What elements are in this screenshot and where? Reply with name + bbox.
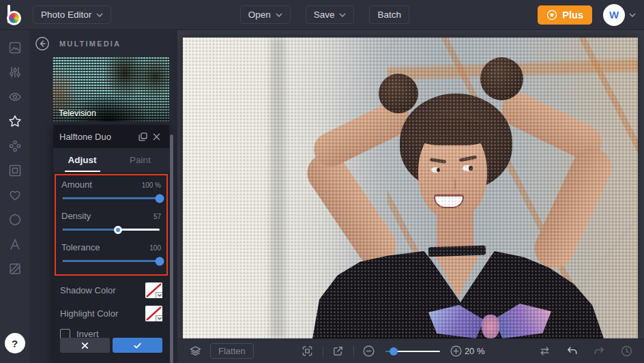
duplicate-button[interactable]: [136, 130, 149, 143]
external-arrow-icon: [332, 345, 345, 358]
density-label: Density: [61, 211, 91, 221]
tolerance-slider[interactable]: [63, 260, 160, 262]
tutorial-highlight-box: Amount 100 % Density 57: [55, 174, 168, 276]
undo-button[interactable]: [564, 343, 580, 360]
tab-adjust[interactable]: Adjust: [53, 148, 111, 172]
help-label: ?: [12, 338, 18, 349]
eye-icon: [8, 90, 22, 104]
copy-icon: [138, 132, 148, 142]
plus-upgrade-button[interactable]: Plus: [538, 5, 592, 25]
redo-button[interactable]: [591, 343, 607, 360]
close-icon: [151, 132, 162, 142]
canvas-area: Flatten 20 %: [177, 30, 644, 363]
density-slider-thumb[interactable]: [114, 226, 122, 234]
flatten-button[interactable]: Flatten: [210, 343, 254, 359]
density-slider-fill: [63, 229, 118, 231]
account-chevron-down-icon[interactable]: [629, 13, 636, 17]
app-switcher-button[interactable]: Photo Editor: [33, 5, 111, 24]
top-bar: Photo Editor Open Save Batch Plus W: [0, 0, 644, 30]
highlight-color-label: Highlight Color: [60, 308, 118, 319]
zoom-slider[interactable]: [385, 351, 440, 352]
chevron-down-icon: [158, 294, 162, 297]
sidebar-item-frames[interactable]: [3, 158, 27, 183]
chevron-down-icon: [96, 13, 103, 17]
redo-icon: [593, 345, 606, 358]
sidebar-item-adjust[interactable]: [3, 60, 27, 85]
sidebar-item-overlays[interactable]: [3, 183, 27, 207]
history-group: [536, 343, 634, 360]
plus-label: Plus: [562, 10, 583, 20]
history-button[interactable]: [618, 343, 634, 360]
canvas-photo[interactable]: [183, 38, 638, 338]
top-right-group: Plus W: [538, 4, 636, 26]
zoom-out-button[interactable]: [361, 343, 377, 360]
layers-button[interactable]: [187, 343, 203, 360]
amount-value: 100 %: [142, 182, 161, 189]
sidebar-item-effects[interactable]: [3, 85, 27, 109]
left-panel: MULTIMEDIA Television Halftone Duo Adjus…: [30, 30, 177, 363]
logo-color-wheel: [7, 11, 21, 25]
text-icon: [8, 237, 22, 251]
save-label: Save: [314, 10, 335, 20]
thumbnail-label: Television: [59, 108, 96, 118]
avatar[interactable]: W: [603, 4, 625, 26]
dialog-tabs: Adjust Paint: [53, 148, 169, 172]
sliders-icon: [8, 66, 22, 79]
zoom-slider-thumb[interactable]: [390, 347, 398, 355]
open-button[interactable]: Open: [240, 5, 291, 24]
open-label: Open: [248, 10, 271, 20]
swatch-dropdown-corner[interactable]: [156, 292, 162, 298]
dialog-actions: [60, 338, 162, 353]
history-clock-icon: [620, 345, 633, 358]
tolerance-label: Tolerance: [61, 242, 100, 252]
tolerance-slider-fill: [63, 260, 160, 262]
zoom-in-button[interactable]: [448, 343, 465, 360]
fit-screen-button[interactable]: [299, 343, 316, 360]
texture-icon: [8, 262, 22, 276]
toolbar-divider: [323, 346, 323, 357]
shadow-color-row: Shadow Color: [53, 278, 169, 302]
sidebar-item-text[interactable]: [3, 232, 27, 257]
befunky-logo[interactable]: [5, 5, 25, 25]
close-dialog-button[interactable]: [149, 130, 163, 143]
density-slider[interactable]: [63, 229, 160, 231]
tolerance-value: 100: [149, 244, 161, 252]
dialog-title: Halftone Duo: [59, 132, 136, 142]
star-circle-icon: [546, 10, 557, 20]
dialog-header: Halftone Duo: [53, 125, 169, 148]
cancel-button[interactable]: [60, 338, 110, 353]
slider-group-amount: Amount 100 %: [61, 179, 161, 199]
effect-thumbnail-television[interactable]: Television: [53, 57, 169, 121]
sidebar-item-edit[interactable]: [3, 35, 27, 60]
fit-screen-icon: [301, 345, 314, 358]
shadow-color-swatch[interactable]: [145, 282, 162, 298]
layers-icon: [189, 345, 202, 358]
highlight-color-row: Highlight Color: [53, 302, 169, 325]
compare-button[interactable]: [536, 343, 553, 360]
amount-slider[interactable]: [63, 197, 160, 199]
seal-icon: [8, 213, 22, 227]
sidebar-item-artsy[interactable]: [3, 109, 27, 134]
help-button[interactable]: ?: [5, 333, 25, 353]
zoom-level-label: 20 %: [465, 346, 491, 356]
fullscreen-button[interactable]: [330, 343, 347, 360]
tolerance-slider-thumb[interactable]: [156, 257, 164, 265]
amount-slider-thumb[interactable]: [156, 194, 164, 203]
canvas-toolbar: Flatten 20 %: [177, 338, 644, 363]
tool-rail: ?: [0, 30, 30, 363]
highlight-color-swatch[interactable]: [145, 306, 162, 321]
circles-icon: [8, 139, 22, 153]
halftone-overlay: [183, 38, 638, 338]
apply-button[interactable]: [113, 338, 162, 353]
panel-scrollbar[interactable]: [170, 134, 173, 363]
sidebar-item-badge[interactable]: [3, 207, 27, 232]
save-button[interactable]: Save: [306, 5, 355, 24]
app-switcher-label: Photo Editor: [41, 10, 91, 20]
swatch-dropdown-corner[interactable]: [156, 315, 162, 321]
tab-paint[interactable]: Paint: [111, 148, 169, 172]
back-button[interactable]: [34, 35, 50, 52]
sidebar-item-graphics[interactable]: [3, 134, 27, 158]
sidebar-item-textures[interactable]: [3, 257, 27, 281]
batch-button[interactable]: Batch: [369, 5, 409, 24]
top-menu-group: Open Save Batch: [240, 5, 409, 24]
